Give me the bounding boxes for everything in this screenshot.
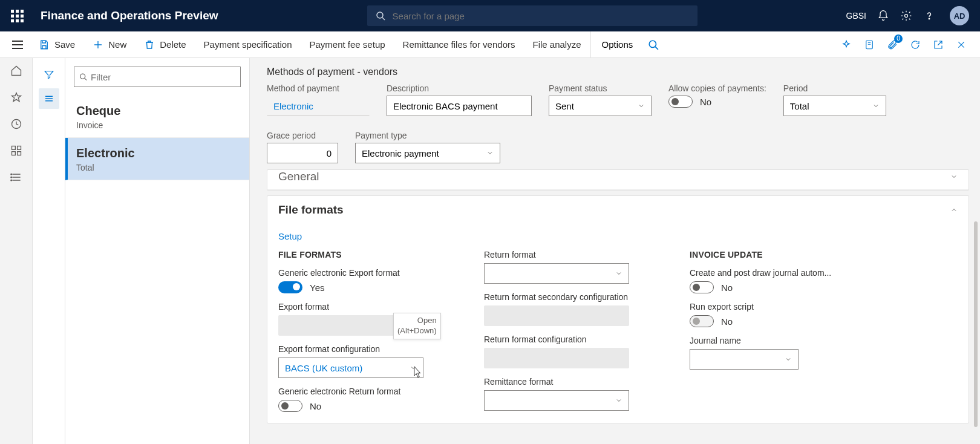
svg-point-0 (377, 12, 383, 18)
bell-icon[interactable] (877, 10, 889, 22)
search-icon (648, 39, 659, 50)
svg-point-1 (905, 15, 908, 18)
action-search-button[interactable] (642, 31, 665, 58)
generic-return-label: Generic electronic Return format (278, 387, 448, 396)
payment-status-label: Payment status (549, 83, 652, 93)
list-item-cheque[interactable]: Cheque Invoice (65, 96, 249, 138)
payment-type-select[interactable]: Electronic payment (355, 143, 500, 163)
search-icon (376, 11, 385, 21)
chevron-down-icon (785, 356, 792, 363)
description-field[interactable]: Electronic BACS payment (387, 96, 532, 116)
export-format-config-select[interactable]: BACS (UK custom) (278, 357, 423, 378)
options-button[interactable]: Options (590, 31, 642, 58)
create-post-draw-toggle[interactable] (690, 281, 714, 293)
list-item-electronic[interactable]: Electronic Total (65, 138, 249, 180)
new-button[interactable]: New (84, 31, 136, 58)
global-search[interactable] (367, 5, 697, 26)
payment-type-label: Payment type (355, 131, 500, 140)
payment-fee-setup-button[interactable]: Payment fee setup (301, 31, 394, 58)
plus-icon (93, 39, 103, 50)
save-icon (39, 39, 50, 50)
home-icon[interactable] (10, 64, 23, 77)
popout-icon[interactable] (930, 37, 946, 53)
list-filter-input[interactable] (91, 72, 235, 82)
svg-point-12 (10, 180, 11, 181)
svg-rect-6 (11, 146, 15, 150)
svg-rect-9 (17, 152, 21, 155)
allow-copies-toggle[interactable] (668, 96, 693, 108)
help-icon[interactable] (923, 10, 935, 22)
svg-rect-4 (866, 41, 873, 49)
close-icon[interactable] (953, 37, 969, 53)
page-options-icon[interactable] (861, 37, 877, 53)
return-format-label: Return format (484, 250, 653, 260)
left-navigation-rail (0, 58, 33, 444)
payment-status-select[interactable]: Sent (549, 96, 652, 116)
section-general: General (267, 169, 969, 191)
return-format-config-field (484, 348, 629, 368)
invoice-update-heading: INVOICE UPDATE (690, 250, 859, 260)
refresh-icon[interactable] (907, 37, 923, 53)
chevron-down-icon (615, 397, 622, 404)
workspaces-icon[interactable] (10, 144, 23, 157)
generic-export-toggle[interactable] (278, 281, 302, 293)
generic-export-label: Generic electronic Export format (278, 268, 448, 278)
file-analyze-button[interactable]: File analyze (524, 31, 590, 58)
svg-point-13 (80, 74, 85, 79)
run-export-script-label: Run export script (690, 302, 859, 312)
record-list-panel: Cheque Invoice Electronic Total (65, 58, 250, 444)
chevron-down-icon (410, 364, 417, 371)
chevron-up-icon (950, 206, 958, 214)
trash-icon (144, 39, 155, 50)
description-label: Description (387, 83, 532, 93)
allow-copies-label: Allow copies of payments: (668, 83, 766, 93)
attachments-badge: 0 (894, 34, 903, 43)
section-file-formats: File formats Setup FILE FORMATS Generic … (267, 195, 969, 423)
svg-point-2 (929, 18, 929, 19)
setup-link[interactable]: Setup (278, 231, 302, 241)
global-search-input[interactable] (393, 11, 689, 21)
chevron-down-icon (615, 270, 622, 277)
avatar[interactable]: AD (950, 6, 969, 25)
create-post-draw-label: Create and post draw journal autom... (690, 268, 859, 278)
search-icon (79, 73, 87, 81)
chevron-down-icon (872, 102, 880, 109)
attachments-icon[interactable]: 0 (884, 37, 900, 53)
method-of-payment-field[interactable]: Electronic (267, 96, 370, 116)
file-formats-heading: FILE FORMATS (278, 250, 448, 260)
filter-icon[interactable] (39, 64, 59, 85)
modules-icon[interactable] (10, 171, 23, 184)
app-launcher-icon[interactable] (11, 10, 24, 22)
run-export-script-text: No (721, 316, 733, 327)
export-format-config-label: Export format configuration (278, 344, 448, 354)
remittance-files-button[interactable]: Remittance files for vendors (394, 31, 524, 58)
grace-period-field[interactable]: 0 (267, 143, 338, 163)
scrollbar[interactable] (974, 221, 978, 427)
list-view-icon[interactable] (39, 88, 59, 109)
main-panel: Methods of payment - vendors Method of p… (250, 58, 980, 444)
chevron-down-icon (950, 173, 958, 180)
nav-toggle[interactable] (7, 31, 28, 58)
generic-return-toggle[interactable] (278, 400, 302, 412)
svg-rect-7 (17, 146, 21, 150)
gear-icon[interactable] (900, 10, 912, 22)
section-general-header[interactable]: General (267, 170, 969, 190)
list-filter[interactable] (74, 67, 241, 87)
list-item-title: Cheque (76, 104, 238, 118)
payment-specification-button[interactable]: Payment specification (195, 31, 301, 58)
recent-icon[interactable] (10, 117, 23, 131)
period-select[interactable]: Total (783, 96, 886, 116)
delete-button[interactable]: Delete (136, 31, 195, 58)
copilot-icon[interactable] (838, 37, 854, 53)
journal-name-select[interactable] (690, 349, 799, 370)
svg-point-10 (10, 174, 11, 175)
return-format-select[interactable] (484, 263, 629, 284)
allow-copies-text: No (700, 97, 711, 107)
company-code[interactable]: GBSI (846, 11, 866, 21)
save-label: Save (54, 39, 75, 50)
remittance-format-select[interactable] (484, 390, 629, 411)
return-format-config-label: Return format configuration (484, 335, 653, 344)
section-file-formats-header[interactable]: File formats (267, 196, 969, 224)
save-button[interactable]: Save (30, 31, 84, 58)
favorites-icon[interactable] (10, 91, 23, 104)
